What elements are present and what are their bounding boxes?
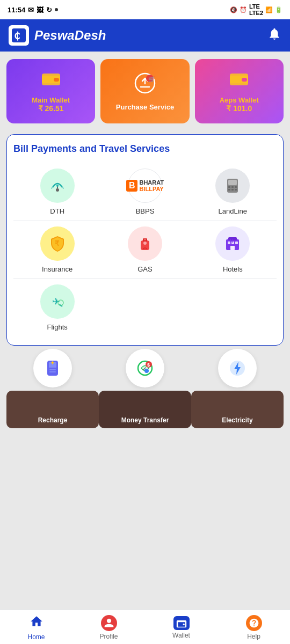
flights-label: Flights: [47, 323, 68, 331]
bbps-icon: B BHARAT BILLPAY: [128, 169, 162, 203]
dth-service[interactable]: DTH: [13, 169, 101, 215]
nav-wallet[interactable]: Wallet: [145, 616, 218, 639]
svg-rect-31: [235, 241, 238, 244]
electricity-bg: Electricity: [191, 391, 284, 428]
svg-rect-17: [231, 186, 234, 188]
svg-rect-19: [228, 189, 230, 191]
alarm-icon: ⏰: [240, 6, 247, 13]
recharge-icon: [33, 349, 72, 387]
nav-home[interactable]: Home: [0, 614, 73, 641]
aeps-wallet-icon: [229, 70, 249, 92]
svg-text:₹: ₹: [55, 239, 60, 247]
electricity-label: Electricity: [222, 416, 252, 424]
hotels-label: Hotels: [223, 265, 243, 273]
svg-point-26: [144, 238, 146, 240]
svg-text:₵: ₵: [14, 31, 20, 41]
dot-icon: [55, 8, 58, 11]
bill-payments-section: Bill Payments and Travel Services DTH B: [6, 134, 284, 346]
money-transfer-quick-card[interactable]: $ Money Transfer: [99, 349, 191, 428]
landline-service[interactable]: LandLine: [189, 169, 277, 215]
svg-rect-16: [228, 186, 230, 188]
landline-icon: [215, 169, 250, 203]
service-row-2: ₹ Insurance GAS: [13, 221, 277, 279]
profile-nav-icon: [101, 615, 117, 631]
insurance-service[interactable]: ₹ Insurance: [13, 226, 101, 273]
svg-point-25: [143, 241, 147, 245]
lte-icon: LTELTE2: [249, 3, 263, 16]
electricity-icon: [218, 349, 257, 387]
main-wallet-amount: ₹ 26.51: [38, 104, 64, 113]
dth-label: DTH: [50, 207, 64, 215]
svg-rect-18: [235, 186, 237, 188]
notification-bell-icon[interactable]: [267, 27, 281, 44]
aeps-wallet-card[interactable]: Aeps Wallet ₹ 101.0: [195, 59, 284, 123]
hotels-service[interactable]: H Hotels: [189, 226, 277, 273]
svg-rect-32: [230, 246, 235, 250]
svg-rect-15: [228, 180, 237, 185]
service-row-3: ✈ Flights: [13, 279, 277, 336]
dth-icon: [40, 169, 75, 203]
recharge-label: Recharge: [38, 416, 68, 424]
gas-service[interactable]: GAS: [101, 226, 189, 273]
svg-point-13: [56, 185, 59, 187]
signal-icon: 📶: [265, 6, 273, 13]
mute-icon: 🔇: [230, 6, 237, 13]
hotels-icon: H: [215, 226, 250, 261]
home-icon: [30, 614, 44, 632]
profile-nav-label: Profile: [99, 633, 118, 640]
svg-rect-10: [242, 78, 247, 82]
svg-point-44: [144, 369, 149, 373]
status-bar: 11:54 ✉ 🖼 ↻ 🔇 ⏰ LTELTE2 📶 🔋: [0, 0, 290, 19]
svg-rect-39: [49, 369, 56, 370]
wallet-nav-label: Wallet: [172, 632, 190, 639]
sync-icon: ↻: [46, 6, 52, 14]
insurance-label: Insurance: [42, 265, 73, 273]
gas-label: GAS: [137, 265, 152, 273]
svg-text:$: $: [147, 362, 150, 368]
svg-text:✈: ✈: [52, 296, 60, 307]
logo-area: ₵ PeswaDesh: [9, 25, 106, 46]
insurance-icon: ₹: [40, 226, 75, 261]
main-wallet-card[interactable]: Main Wallet ₹ 26.51: [6, 59, 95, 123]
status-left: 11:54 ✉ 🖼 ↻: [8, 6, 58, 14]
bill-section-title: Bill Payments and Travel Services: [13, 143, 277, 155]
wallet-nav-icon: [173, 616, 190, 630]
app-title: PeswaDesh: [34, 28, 106, 43]
purchase-service-card[interactable]: 🛒 Purchase Service: [100, 59, 189, 123]
svg-rect-21: [235, 189, 237, 191]
aeps-wallet-amount: ₹ 101.0: [226, 104, 252, 113]
money-transfer-label: Money Transfer: [121, 416, 169, 424]
recharge-quick-card[interactable]: Recharge: [6, 349, 99, 428]
nav-help[interactable]: Help: [218, 615, 290, 640]
money-transfer-bg: Money Transfer: [99, 391, 191, 428]
gmail-icon: ✉: [28, 6, 34, 14]
help-nav-icon: [246, 615, 262, 631]
svg-text:🛒: 🛒: [148, 76, 155, 83]
main-wallet-label: Main Wallet: [32, 96, 70, 104]
flights-service[interactable]: ✈ Flights: [13, 284, 101, 331]
landline-label: LandLine: [219, 207, 248, 215]
quick-services-row: Recharge $ Money Transfer Electrici: [6, 349, 284, 428]
flights-icon: ✈: [40, 284, 75, 319]
purchase-icon: 🛒: [134, 72, 156, 99]
purchase-label: Purchase Service: [116, 103, 174, 111]
gas-icon: [128, 226, 162, 261]
main-wallet-icon: [41, 70, 61, 92]
bbps-service[interactable]: B BHARAT BILLPAY BBPS: [101, 169, 189, 215]
svg-text:H: H: [230, 238, 234, 244]
status-right: 🔇 ⏰ LTELTE2 📶 🔋: [230, 3, 282, 16]
nav-profile[interactable]: Profile: [73, 615, 145, 640]
service-row-1: DTH B BHARAT BILLPAY BBPS: [13, 163, 277, 221]
electricity-quick-card[interactable]: Electricity: [191, 349, 284, 428]
aeps-wallet-label: Aeps Wallet: [220, 96, 259, 104]
home-nav-label: Home: [27, 633, 45, 641]
money-transfer-icon: $: [126, 349, 164, 387]
battery-icon: 🔋: [275, 6, 282, 13]
bbps-label: BBPS: [136, 207, 155, 215]
bottom-navigation: Home Profile Wallet: [0, 610, 290, 644]
svg-point-11: [56, 188, 59, 192]
wallet-section: Main Wallet ₹ 26.51 🛒 Purchase Service: [0, 52, 290, 131]
svg-rect-20: [231, 189, 234, 191]
time: 11:54: [8, 6, 25, 14]
logo-icon: ₵: [9, 25, 29, 46]
